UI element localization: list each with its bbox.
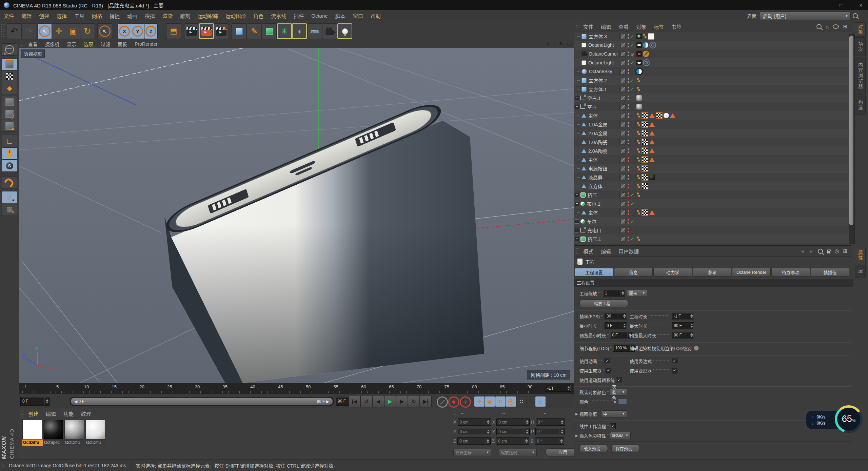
slash-orange-tag-icon[interactable] (643, 51, 649, 57)
orange-dots-tag-icon[interactable] (636, 130, 640, 136)
tab-待办事项[interactable]: 待办事项 (771, 268, 810, 277)
object-name[interactable]: 2.0A金属 (588, 130, 608, 137)
phong-tag-icon[interactable] (649, 157, 655, 162)
key-scale-icon[interactable]: ▣ (485, 396, 495, 407)
workplane-mode-icon[interactable]: ◆ (2, 82, 17, 94)
object-row[interactable]: 立方体.3✓ (574, 32, 851, 41)
tab-参考[interactable]: 参考 (693, 268, 731, 277)
object-name[interactable]: 挤压 (588, 191, 597, 198)
view-clipping-dropdown[interactable]: 中▼ (601, 410, 627, 417)
white-swatch-tag-icon[interactable] (648, 33, 654, 40)
preview-min-field[interactable]: 0 F (610, 332, 632, 339)
checker-tag-icon[interactable] (656, 112, 663, 119)
spinner-arrows-icon[interactable] (689, 323, 694, 329)
polygons-mode-icon[interactable]: ▰ (2, 120, 17, 132)
octane-blue-tag-icon[interactable] (643, 42, 648, 48)
edges-mode-icon[interactable]: ╱ (2, 108, 17, 120)
coord-grip[interactable] (453, 410, 457, 416)
checker-tag-icon[interactable] (642, 165, 648, 172)
search-icon[interactable] (853, 13, 858, 18)
coord-rot-p-field[interactable]: 0 ° (535, 428, 565, 435)
object-row[interactable]: +空白 (574, 102, 851, 111)
light-icon[interactable] (337, 23, 352, 39)
visibility-dots-icon[interactable] (628, 175, 629, 177)
menu-item-模拟[interactable]: 模拟 (141, 12, 159, 19)
prev-key-icon[interactable]: ↺ (360, 396, 372, 407)
search-icon[interactable] (816, 24, 822, 29)
floor-icon[interactable] (307, 23, 322, 39)
orange-dots-tag-icon[interactable] (636, 175, 640, 180)
layer-toggle-icon[interactable] (620, 34, 626, 39)
visibility-dots-icon[interactable] (628, 87, 629, 88)
menu-item-选项[interactable]: 选项 (80, 41, 97, 47)
menu-item-文件[interactable]: 文件 (579, 23, 597, 30)
menu-item-窗口[interactable]: 窗口 (349, 12, 367, 19)
visibility-dots-icon[interactable] (628, 60, 629, 62)
orange-dots-tag-icon[interactable] (636, 192, 640, 198)
interface-dropdown[interactable]: 启动 (用户) ▼ (760, 12, 851, 20)
object-name[interactable]: 布尔.1 (587, 200, 600, 207)
align-workplane-icon[interactable]: ▦↻ (2, 203, 17, 215)
layer-toggle-icon[interactable] (620, 96, 626, 101)
record-icon[interactable] (448, 396, 459, 408)
layer-toggle-icon[interactable] (620, 131, 626, 136)
viewport-grip[interactable] (20, 41, 24, 47)
object-color-swatch[interactable] (618, 399, 627, 404)
lock-x-icon[interactable]: X (118, 23, 131, 39)
menu-item-书签[interactable]: 书签 (668, 23, 685, 30)
material-item[interactable]: OctDiffu (64, 420, 84, 446)
menu-item-编辑[interactable]: 编辑 (597, 248, 615, 255)
cloner-icon[interactable]: ✳ (277, 23, 292, 39)
checker-tag-icon[interactable] (642, 156, 648, 163)
record-options-icon[interactable] (437, 396, 448, 408)
input-color-profile-dropdown[interactable]: sRGB▼ (610, 432, 631, 439)
key-position-icon[interactable]: ✛ (474, 396, 485, 407)
goto-end-icon[interactable]: ▶| (420, 396, 432, 407)
object-name[interactable]: 主体 (588, 209, 598, 216)
sphere-gray-tag-icon[interactable] (636, 95, 642, 101)
key-rotation-icon[interactable]: ↻ (495, 396, 506, 407)
material-item[interactable]: OctSpec (43, 420, 63, 446)
render-lod-toggle[interactable] (694, 346, 699, 351)
enabled-check-icon[interactable]: ✓ (630, 42, 634, 48)
menu-item-Octane[interactable]: Octane (308, 13, 331, 19)
coord-size-y-field[interactable]: 0 cm (496, 428, 530, 435)
enabled-check-icon[interactable]: ✓ (630, 201, 634, 206)
tab-Octane Render[interactable]: Octane Render (732, 268, 771, 277)
coord-system-dropdown[interactable]: 世界坐标▼ (453, 449, 491, 456)
key-pla-icon[interactable]: ∷ (516, 396, 527, 407)
expand-icon[interactable]: + (575, 193, 579, 197)
keyframe-selection-icon[interactable]: ☰ (535, 396, 546, 407)
enabled-check-icon[interactable]: ✓ (630, 60, 634, 65)
checker-tag-icon[interactable] (642, 130, 648, 137)
menu-item-插件[interactable]: 插件 (290, 12, 308, 19)
tab-动力学[interactable]: 动力学 (653, 268, 692, 277)
visibility-dots-icon[interactable] (628, 166, 629, 168)
history-forward-icon[interactable]: ► (809, 248, 814, 254)
menu-item-工具[interactable]: 工具 (71, 12, 88, 19)
spinner-arrows-icon[interactable] (689, 332, 694, 339)
enable-axis-icon[interactable]: ∟ (2, 135, 17, 147)
menu-item-捕捉[interactable]: 捕捉 (106, 12, 123, 19)
default-object-color-dropdown[interactable]: 灰蓝色▼ (610, 389, 627, 396)
orange-dots-tag-icon[interactable] (636, 78, 640, 83)
load-preset-button[interactable]: 载入预设... (579, 445, 608, 452)
menu-item-脚本[interactable]: 脚本 (332, 12, 349, 19)
phong-tag-icon[interactable] (649, 122, 655, 127)
enabled-check-icon[interactable]: ✓ (630, 192, 634, 198)
menu-item-过滤[interactable]: 过滤 (97, 41, 114, 47)
object-row[interactable]: 电源按钮 (574, 164, 851, 173)
preview-max-field[interactable]: 90 F (672, 332, 694, 339)
history-back-icon[interactable]: ◄ (800, 248, 805, 254)
coord-system-icon[interactable]: ⬒ (166, 23, 181, 39)
orange-dots-tag-icon[interactable] (636, 113, 640, 118)
checker-tag-icon[interactable] (642, 183, 648, 189)
coord-size-x-field[interactable]: 0 cm (496, 418, 530, 426)
layer-toggle-icon[interactable] (620, 43, 626, 48)
menu-item-纹理[interactable]: 纹理 (77, 410, 95, 417)
visibility-dots-icon[interactable] (628, 34, 629, 36)
visibility-dots-icon[interactable] (628, 78, 629, 80)
orange-dots-tag-icon[interactable] (636, 122, 640, 127)
checker-tag-icon[interactable] (642, 174, 648, 181)
object-name[interactable]: 挤压.1 (588, 236, 601, 242)
